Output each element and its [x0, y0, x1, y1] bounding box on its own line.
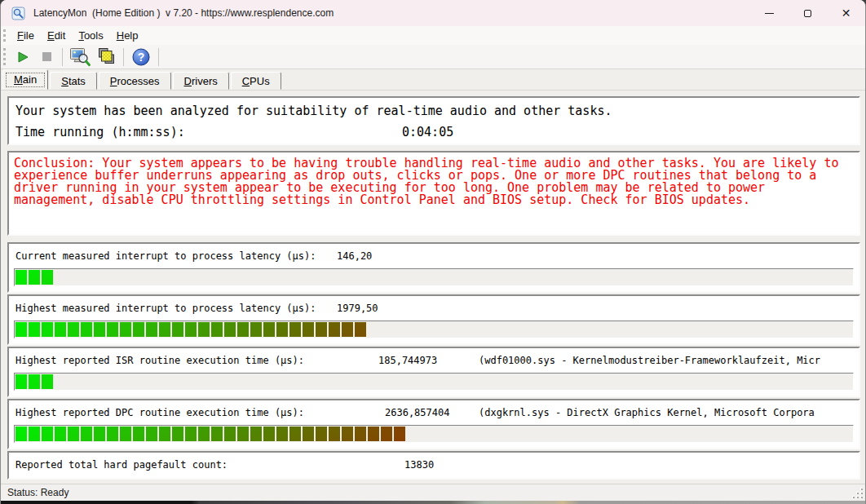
menu-help[interactable]: Help [110, 28, 145, 43]
minimize-button[interactable] [750, 0, 789, 26]
measurement-row-dpc-time: Highest reported DPC routine execution t… [7, 399, 860, 449]
processors-button[interactable] [93, 46, 119, 68]
measurement-label: Highest measured interrupt to process la… [15, 303, 316, 314]
menu-tools[interactable]: Tools [72, 28, 109, 43]
measurement-value: 146,20 [337, 250, 372, 262]
latency-bar [14, 425, 854, 443]
tab-main[interactable]: Main [2, 69, 48, 90]
menu-file[interactable]: File [11, 28, 41, 43]
latency-bar [14, 268, 854, 286]
toolbar-separator [158, 48, 159, 66]
latencymon-window: LatencyMon (Home Edition ) v 7.20 - http… [0, 0, 866, 504]
stop-icon [42, 52, 51, 61]
conclusion-line: management, disable CPU throttling setti… [14, 194, 859, 206]
measurement-value: 2636,857404 [385, 407, 449, 418]
measurement-label: Reported total hard pagefault count: [15, 459, 228, 471]
measurement-row-highest-latency: Highest measured interrupt to process la… [7, 294, 860, 345]
help-icon: ? [131, 47, 151, 67]
stop-monitor-button[interactable] [35, 46, 58, 68]
svg-text:?: ? [138, 51, 145, 64]
main-page: Your system has been analyzed for suitab… [1, 91, 865, 484]
toolbar-separator [123, 48, 124, 66]
latencymon-app-icon [11, 7, 25, 20]
titlebar[interactable]: LatencyMon (Home Edition ) v 7.20 - http… [1, 0, 865, 26]
latency-bar [14, 373, 854, 391]
help-button[interactable]: ? [128, 46, 154, 68]
measurement-label: Highest reported ISR routine execution t… [15, 355, 304, 366]
toolbar-separator [62, 48, 63, 66]
monitor-magnifier-icon [69, 47, 91, 67]
tab-focus-rect [6, 73, 45, 87]
tab-stats[interactable]: Stats [50, 72, 97, 90]
analysis-text: Your system has been analyzed for suitab… [15, 104, 612, 118]
driver-info: (dxgkrnl.sys - DirectX Graphics Kernel, … [479, 407, 815, 418]
start-monitor-button[interactable] [12, 46, 35, 68]
driver-info: (wdf01000.sys - Kernelmodustreiber-Frame… [479, 355, 820, 366]
statusbar: Status: Ready [1, 484, 865, 501]
measurement-value: 13830 [404, 459, 434, 471]
time-running-value: 0:04:05 [402, 125, 453, 139]
menubar-grip [3, 29, 6, 42]
layered-chips-icon [97, 47, 116, 66]
tab-processes[interactable]: Processes [99, 72, 171, 90]
toolbar-grip [3, 48, 6, 65]
play-icon [18, 51, 29, 63]
menubar: File Edit Tools Help [1, 26, 865, 45]
analysis-panel: Your system has been analyzed for suitab… [7, 96, 860, 145]
status-text: Status: Ready [7, 487, 68, 498]
taskbar-sliver [1, 501, 865, 504]
time-running-label: Time running (h:mm:ss): [15, 125, 185, 139]
measurement-value: 1979,50 [337, 303, 378, 314]
conclusion-panel: Conclusion: Your system appears to be ha… [7, 151, 860, 236]
maximize-icon [804, 10, 811, 17]
tab-cpus[interactable]: CPUs [231, 72, 281, 90]
window-title: LatencyMon (Home Edition ) v 7.20 - http… [33, 7, 334, 19]
resize-grip[interactable] [853, 489, 863, 498]
measurement-label: Highest reported DPC routine execution t… [15, 407, 304, 418]
latency-bar [14, 321, 854, 338]
measurement-row-pagefaults: Reported total hard pagefault count: 138… [7, 451, 860, 480]
measurement-label: Current measured interrupt to process la… [15, 250, 316, 262]
close-button[interactable]: ✕ [827, 0, 865, 26]
analyze-button[interactable] [67, 46, 93, 68]
measurement-value: 185,744973 [378, 355, 437, 366]
minimize-icon [765, 13, 774, 14]
menu-edit[interactable]: Edit [41, 28, 72, 43]
toolbar: ? [1, 45, 865, 69]
measurement-row-current-latency: Current measured interrupt to process la… [7, 242, 860, 293]
close-icon: ✕ [842, 7, 851, 19]
measurement-row-isr-time: Highest reported ISR routine execution t… [7, 347, 860, 397]
maximize-button[interactable] [789, 0, 827, 26]
tab-strip: Main Stats Processes Drivers CPUs [1, 69, 865, 91]
tab-drivers[interactable]: Drivers [173, 72, 229, 90]
